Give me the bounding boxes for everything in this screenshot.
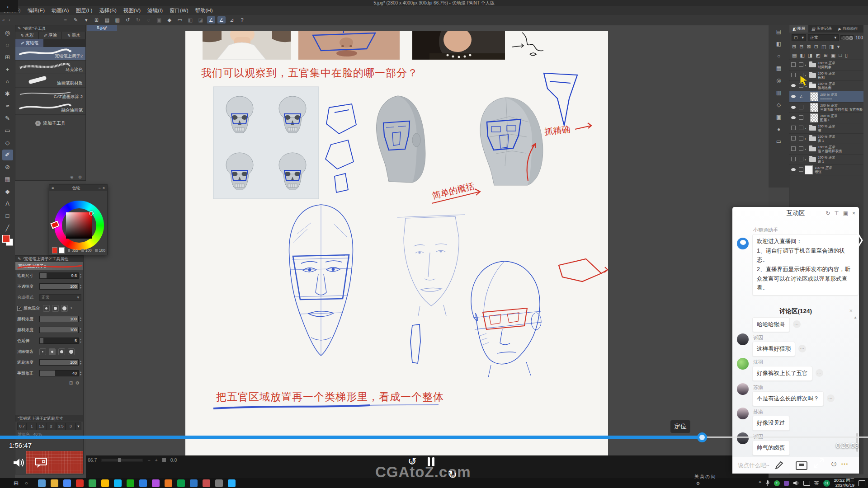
chat-input-bar[interactable]: 说点什么吧~ ☺ ⋯ — [732, 457, 859, 474]
brush-item[interactable]: 融合油画笔 — [15, 101, 85, 115]
chevron-right-icon[interactable] — [856, 231, 863, 249]
zoom-slider[interactable] — [101, 459, 143, 462]
brush-size-presets[interactable]: 0.7 1 1.5 2 2.5 3 ▾ — [17, 422, 81, 430]
microphone-icon[interactable] — [765, 480, 770, 486]
taskbar-app-icon-7[interactable] — [127, 479, 134, 487]
tray-expand-icon[interactable]: ^ — [759, 480, 761, 486]
close-icon[interactable]: × — [852, 210, 855, 216]
brush-item[interactable]: CAT油画厚涂 2 — [15, 88, 85, 101]
tab-layers[interactable]: ◧图层 — [789, 25, 808, 33]
zoom-out-icon[interactable]: − — [147, 457, 150, 463]
tab-auto-action[interactable]: ▶自动动作 — [835, 25, 861, 33]
tool-column-6[interactable]: ≈ — [2, 101, 13, 112]
taskbar-app-icon-9[interactable] — [152, 479, 160, 487]
taskbar-app-icon-11[interactable] — [177, 479, 185, 487]
layer-effect-icons-0[interactable]: ⊞ — [792, 44, 796, 50]
volume-icon[interactable] — [13, 457, 25, 468]
toolbar-icons-7[interactable]: ↻ — [134, 16, 142, 23]
toolbar-icons-11[interactable]: ▭ — [176, 16, 184, 23]
toolbar-icons-3[interactable]: ⊞ — [93, 16, 101, 23]
slider-opacity[interactable]: 不透明度 100 ▴▾ — [15, 281, 83, 292]
menu-animation[interactable]: 动画(A) — [52, 7, 69, 14]
slider-color-stretch[interactable]: 色延伸 5 ▴▾ — [15, 335, 83, 346]
tool-column-1[interactable]: ◌ — [2, 40, 13, 51]
more-icon[interactable]: ⋯ — [798, 345, 806, 352]
brush-item[interactable]: 马克涂色 — [15, 61, 85, 74]
tool-column-15[interactable]: □ — [2, 211, 13, 221]
panel-quick-strip-0[interactable]: ▤ — [776, 28, 781, 35]
layer-command-icons-4[interactable]: ⊞ — [824, 52, 828, 58]
panel-quick-strip-3[interactable]: ▦ — [776, 65, 781, 71]
brush-item[interactable]: 油画笔刷材质 — [15, 74, 85, 88]
color-swatch-pair[interactable] — [2, 235, 13, 246]
toolbar-icons-13[interactable]: ◪ — [197, 16, 205, 23]
notification-icon[interactable] — [859, 480, 865, 486]
layer-row-folder[interactable]: › 100 % 正常时间剩余 — [789, 60, 868, 70]
eye-icon[interactable] — [791, 95, 796, 98]
grid-icon[interactable]: ⊞ — [69, 380, 73, 385]
gold-dots-icon[interactable]: ⋯ — [841, 460, 848, 468]
calendar-badge[interactable]: 31 — [823, 480, 830, 487]
speaker-icon[interactable] — [793, 480, 799, 486]
sub-color-swatch[interactable] — [59, 247, 64, 253]
toolbar-icons-15[interactable]: ∠ — [217, 16, 226, 23]
scroll-up-icon[interactable]: ▲ — [854, 315, 857, 319]
layer-type-dropdown[interactable]: ▢▾ — [792, 34, 806, 41]
panel-quick-strip-7[interactable]: ▣ — [776, 114, 781, 120]
taskbar-app-icon-12[interactable] — [190, 479, 198, 487]
tab-thickpaint[interactable]: ✐厚涂 — [39, 32, 62, 39]
taskbar-app-icon-4[interactable] — [89, 479, 96, 487]
tool-column-2[interactable]: ⊞ — [2, 52, 13, 63]
tab-watercolor[interactable]: ✎水彩 — [15, 32, 39, 39]
gear-icon[interactable]: ⚙ — [696, 481, 700, 486]
layer-command-icons-7[interactable]: ▯ — [845, 52, 848, 58]
menu-view[interactable]: 视图(V) — [123, 7, 141, 14]
layer-opacity-value[interactable]: 100 — [855, 35, 863, 40]
eye-icon[interactable] — [791, 168, 796, 171]
tool-column-14[interactable]: A — [2, 198, 13, 209]
taskbar-app-icon-1[interactable] — [51, 479, 58, 487]
tool-column-0[interactable]: ◎ — [2, 28, 13, 38]
toolbar-icons-17[interactable]: ? — [238, 16, 246, 23]
taskbar-app-icon-3[interactable] — [76, 479, 84, 487]
emoji-icon[interactable]: ☺ — [830, 460, 838, 469]
toolbar-icons-12[interactable]: ◧ — [186, 16, 194, 23]
slider-pigment-density[interactable]: 颜料浓度 100 ▴▾ — [15, 314, 83, 324]
taskbar-app-icon-8[interactable] — [139, 479, 147, 487]
tool-column-13[interactable]: ◆ — [2, 186, 13, 197]
menu-icon[interactable]: ≡ — [52, 186, 54, 190]
toolbar-icons-2[interactable]: ▾ — [82, 16, 90, 23]
color-mix-row[interactable]: ✓ 颜色混合 ▾ — [15, 303, 83, 314]
taskbar-app-icon-5[interactable] — [101, 479, 109, 487]
image-icon[interactable] — [796, 461, 807, 470]
back-button[interactable]: ← — [0, 0, 18, 12]
eye-icon[interactable] — [791, 84, 796, 87]
more-icon[interactable]: ⋯ — [827, 394, 835, 402]
layer-command-icons-6[interactable]: □ — [839, 52, 842, 58]
taskbar-app-icon-2[interactable] — [63, 479, 71, 487]
menu-select[interactable]: 选择(S) — [99, 7, 116, 14]
layer-row-paper[interactable]: 100 % 正常纸张 — [789, 165, 868, 175]
eye-icon[interactable] — [791, 116, 796, 119]
tool-column-4[interactable]: ○ — [2, 76, 13, 87]
document-tab[interactable]: 5.jpg* — [87, 25, 117, 31]
panel-quick-strip-1[interactable]: ◧ — [776, 41, 781, 47]
toolbar-icons-4[interactable]: ▤ — [103, 16, 111, 23]
tool-column-9[interactable]: ◇ — [2, 137, 13, 148]
tool-column-8[interactable]: ▭ — [2, 125, 13, 136]
more-icon[interactable]: ⋯ — [793, 320, 801, 328]
taskbar-app-icon-14[interactable] — [215, 479, 223, 487]
current-color-swatch[interactable] — [52, 247, 57, 253]
ime-indicator[interactable]: 英 — [814, 480, 819, 487]
fullscreen-toggle-icon[interactable] — [813, 457, 825, 469]
tool-column-11[interactable]: ⊘ — [2, 162, 13, 173]
zoom-in-icon[interactable]: + — [155, 457, 158, 463]
layer-effect-icons-1[interactable]: ⊟ — [799, 44, 803, 50]
toolbar-icons-5[interactable]: ▥ — [113, 16, 122, 23]
tray-app-icon[interactable] — [784, 481, 789, 486]
layer-row-folder[interactable]: › 100 % 正常鼻 1 — [789, 134, 868, 144]
antialias-row[interactable]: 消除锯齿 — [15, 346, 83, 357]
menu-window[interactable]: 窗口(W) — [170, 7, 189, 14]
toolbar-icons-14[interactable]: ∠ — [207, 16, 215, 23]
tab-widepencil-active[interactable]: ✐宽铅笔 — [15, 39, 43, 47]
